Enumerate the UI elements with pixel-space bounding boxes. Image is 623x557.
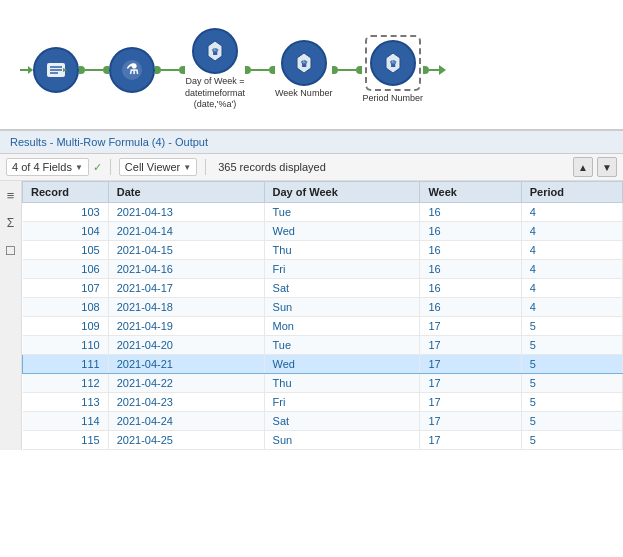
cell-date: 2021-04-22 (108, 374, 264, 393)
cell-dow: Sun (264, 298, 420, 317)
node-1-icon[interactable] (33, 47, 79, 93)
cell-week: 16 (420, 260, 521, 279)
cell-period: 4 (521, 279, 622, 298)
table-row[interactable]: 1112021-04-21Wed175 (23, 355, 623, 374)
table-header-row: Record Date Day of Week Week Period (23, 182, 623, 203)
cell-date: 2021-04-20 (108, 336, 264, 355)
viewer-label: Cell Viewer (125, 161, 180, 173)
cell-week: 16 (420, 241, 521, 260)
svg-text:♛: ♛ (300, 59, 308, 69)
fields-dropdown-arrow: ▼ (75, 163, 83, 172)
viewer-dropdown[interactable]: Cell Viewer ▼ (119, 158, 197, 176)
table-body: 1032021-04-13Tue1641042021-04-14Wed16410… (23, 203, 623, 450)
svg-text:♛: ♛ (211, 47, 219, 57)
node-1[interactable] (33, 47, 79, 93)
table-row[interactable]: 1092021-04-19Mon175 (23, 317, 623, 336)
node-4[interactable]: ♛ Week Number (275, 40, 332, 99)
data-area[interactable]: Record Date Day of Week Week Period 1032… (22, 181, 623, 450)
table-row[interactable]: 1032021-04-13Tue164 (23, 203, 623, 222)
cell-record: 105 (23, 241, 109, 260)
scroll-down-button[interactable]: ▼ (597, 157, 617, 177)
cell-week: 16 (420, 222, 521, 241)
cell-period: 5 (521, 336, 622, 355)
cell-week: 16 (420, 298, 521, 317)
node-2[interactable]: ⚗ (109, 47, 155, 93)
cell-record: 111 (23, 355, 109, 374)
cell-date: 2021-04-25 (108, 431, 264, 450)
table-row[interactable]: 1052021-04-15Thu164 (23, 241, 623, 260)
cell-week: 17 (420, 355, 521, 374)
node-3-label: Day of Week = datetimeformat (date,'%a') (185, 76, 245, 111)
node-3[interactable]: ♛ Day of Week = datetimeformat (date,'%a… (185, 28, 245, 111)
toolbar-separator-2 (205, 159, 206, 175)
node-4-label: Week Number (275, 88, 332, 99)
node-connector-start (20, 66, 33, 74)
cell-period: 5 (521, 355, 622, 374)
cell-period: 4 (521, 241, 622, 260)
cell-week: 17 (420, 374, 521, 393)
check-icon: ✓ (93, 161, 102, 174)
cell-date: 2021-04-21 (108, 355, 264, 374)
main-content: ≡ Σ ☐ Record Date Day of Week Week Perio… (0, 181, 623, 450)
svg-text:♛: ♛ (389, 59, 397, 69)
node-5-label: Period Number (362, 93, 423, 104)
table-row[interactable]: 1102021-04-20Tue175 (23, 336, 623, 355)
cell-dow: Thu (264, 241, 420, 260)
cell-dow: Tue (264, 203, 420, 222)
results-panel: Results - Multi-Row Formula (4) - Output… (0, 130, 623, 557)
cell-record: 112 (23, 374, 109, 393)
svg-text:⚗: ⚗ (126, 61, 139, 77)
node-5-container[interactable]: ♛ (365, 35, 421, 91)
cell-record: 109 (23, 317, 109, 336)
cell-record: 104 (23, 222, 109, 241)
cell-dow: Sat (264, 412, 420, 431)
table-row[interactable]: 1082021-04-18Sun164 (23, 298, 623, 317)
cell-period: 5 (521, 374, 622, 393)
connector-4-5 (332, 66, 362, 74)
node-5-icon[interactable]: ♛ (370, 40, 416, 86)
sidebar-sigma-icon[interactable]: Σ (3, 215, 19, 231)
col-header-dow: Day of Week (264, 182, 420, 203)
records-count: 365 records displayed (218, 161, 326, 173)
toolbar-separator-1 (110, 159, 111, 175)
col-header-period: Period (521, 182, 622, 203)
cell-week: 17 (420, 412, 521, 431)
sidebar-rows-icon[interactable]: ≡ (3, 187, 19, 203)
cell-record: 114 (23, 412, 109, 431)
table-row[interactable]: 1072021-04-17Sat164 (23, 279, 623, 298)
table-row[interactable]: 1142021-04-24Sat175 (23, 412, 623, 431)
cell-week: 16 (420, 279, 521, 298)
data-table: Record Date Day of Week Week Period 1032… (22, 181, 623, 450)
table-row[interactable]: 1132021-04-23Fri175 (23, 393, 623, 412)
toolbar-row: 4 of 4 Fields ▼ ✓ Cell Viewer ▼ 365 reco… (0, 154, 623, 181)
col-header-week: Week (420, 182, 521, 203)
cell-record: 107 (23, 279, 109, 298)
node-4-icon[interactable]: ♛ (281, 40, 327, 86)
cell-week: 17 (420, 336, 521, 355)
cell-period: 5 (521, 431, 622, 450)
scroll-up-button[interactable]: ▲ (573, 157, 593, 177)
table-row[interactable]: 1152021-04-25Sun175 (23, 431, 623, 450)
results-header: Results - Multi-Row Formula (4) - Output (0, 131, 623, 154)
viewer-dropdown-arrow: ▼ (183, 163, 191, 172)
cell-date: 2021-04-23 (108, 393, 264, 412)
table-row[interactable]: 1122021-04-22Thu175 (23, 374, 623, 393)
cell-record: 106 (23, 260, 109, 279)
sidebar-panel: ≡ Σ ☐ (0, 181, 22, 450)
table-row[interactable]: 1042021-04-14Wed164 (23, 222, 623, 241)
fields-dropdown[interactable]: 4 of 4 Fields ▼ (6, 158, 89, 176)
cell-date: 2021-04-19 (108, 317, 264, 336)
cell-dow: Wed (264, 355, 420, 374)
table-row[interactable]: 1062021-04-16Fri164 (23, 260, 623, 279)
node-5[interactable]: ♛ Period Number (362, 35, 423, 104)
cell-period: 5 (521, 412, 622, 431)
col-header-date: Date (108, 182, 264, 203)
sidebar-cell-icon[interactable]: ☐ (3, 243, 19, 259)
cell-week: 17 (420, 431, 521, 450)
node-2-icon[interactable]: ⚗ (109, 47, 155, 93)
node-3-icon[interactable]: ♛ (192, 28, 238, 74)
cell-record: 103 (23, 203, 109, 222)
cell-date: 2021-04-24 (108, 412, 264, 431)
cell-record: 110 (23, 336, 109, 355)
cell-period: 5 (521, 393, 622, 412)
